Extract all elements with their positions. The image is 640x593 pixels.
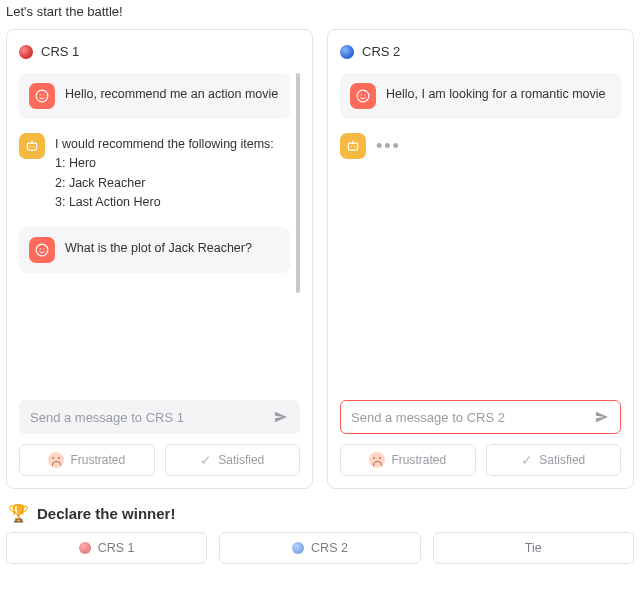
crs1-user-msg-1: Hello, recommend me an action movie — [19, 73, 290, 119]
check-icon: ✓ — [521, 452, 533, 468]
blue-dot-icon — [340, 45, 354, 59]
page-intro: Let's start the battle! — [6, 4, 634, 19]
svg-point-8 — [43, 248, 44, 249]
panel-crs2-header: CRS 2 — [340, 44, 621, 59]
svg-point-0 — [36, 90, 48, 102]
svg-point-11 — [364, 94, 365, 95]
crs2-satisfied-button[interactable]: ✓ Satisfied — [486, 444, 622, 476]
svg-point-9 — [357, 90, 369, 102]
winner-crs2-label: CRS 2 — [311, 541, 348, 555]
user-avatar-icon — [29, 83, 55, 109]
svg-point-13 — [351, 146, 352, 147]
rec-item-3: 3: Last Action Hero — [55, 193, 274, 212]
trophy-icon: 🏆 — [8, 503, 29, 524]
typing-indicator-icon: ••• — [376, 133, 401, 157]
crs1-scrollbar[interactable] — [296, 73, 300, 388]
check-icon: ✓ — [200, 452, 212, 468]
winner-crs2-button[interactable]: CRS 2 — [219, 532, 420, 564]
red-dot-icon — [19, 45, 33, 59]
bot-avatar-icon — [340, 133, 366, 159]
declare-heading: Declare the winner! — [37, 505, 175, 522]
winner-crs1-label: CRS 1 — [98, 541, 135, 555]
crs2-frustrated-button[interactable]: Frustrated — [340, 444, 476, 476]
svg-point-2 — [43, 94, 44, 95]
crs1-chat: Hello, recommend me an action movie I wo… — [19, 73, 290, 388]
winner-tie-label: Tie — [525, 541, 542, 555]
declare-heading-row: 🏆 Declare the winner! — [8, 503, 634, 524]
satisfied-label: Satisfied — [539, 453, 585, 467]
svg-point-4 — [30, 146, 31, 147]
crs2-bot-typing: ••• — [340, 133, 621, 159]
panel-crs2: CRS 2 Hello, I am looking for a romantic… — [327, 29, 634, 489]
crs1-user-msg-2: What is the plot of Jack Reacher? — [19, 227, 290, 273]
crs1-user-msg-1-text: Hello, recommend me an action movie — [65, 83, 278, 104]
winner-crs1-button[interactable]: CRS 1 — [6, 532, 207, 564]
panel-crs1-header: CRS 1 — [19, 44, 300, 59]
satisfied-label: Satisfied — [218, 453, 264, 467]
red-dot-icon — [79, 542, 91, 554]
crs1-bot-msg-1-text: I would recommend the following items: 1… — [55, 133, 274, 213]
crs2-user-msg-1-text: Hello, I am looking for a romantic movie — [386, 83, 606, 104]
send-icon[interactable] — [594, 409, 610, 425]
svg-rect-3 — [27, 143, 36, 150]
crs1-user-msg-2-text: What is the plot of Jack Reacher? — [65, 237, 252, 258]
crs1-frustrated-button[interactable]: Frustrated — [19, 444, 155, 476]
svg-point-7 — [40, 248, 41, 249]
frustrated-label: Frustrated — [391, 453, 446, 467]
user-avatar-icon — [350, 83, 376, 109]
panel-crs2-title: CRS 2 — [362, 44, 400, 59]
crs1-satisfied-button[interactable]: ✓ Satisfied — [165, 444, 301, 476]
panel-crs1-title: CRS 1 — [41, 44, 79, 59]
svg-rect-12 — [348, 143, 357, 150]
crs2-user-msg-1: Hello, I am looking for a romantic movie — [340, 73, 621, 119]
bot-avatar-icon — [19, 133, 45, 159]
svg-point-6 — [36, 244, 48, 256]
winner-tie-button[interactable]: Tie — [433, 532, 634, 564]
panel-crs1: CRS 1 Hello, recommend me an action movi… — [6, 29, 313, 489]
frustrated-label: Frustrated — [70, 453, 125, 467]
crs1-input-row[interactable] — [19, 400, 300, 434]
svg-point-14 — [354, 146, 355, 147]
blue-dot-icon — [292, 542, 304, 554]
rec-item-2: 2: Jack Reacher — [55, 174, 274, 193]
rec-intro: I would recommend the following items: — [55, 135, 274, 154]
svg-point-1 — [40, 94, 41, 95]
frustrated-face-icon — [48, 452, 64, 468]
svg-point-5 — [33, 146, 34, 147]
send-icon[interactable] — [273, 409, 289, 425]
crs2-chat: Hello, I am looking for a romantic movie… — [340, 73, 621, 388]
crs2-message-input[interactable] — [351, 410, 594, 425]
crs2-input-row[interactable] — [340, 400, 621, 434]
user-avatar-icon — [29, 237, 55, 263]
svg-point-10 — [361, 94, 362, 95]
frustrated-face-icon — [369, 452, 385, 468]
crs1-bot-msg-1: I would recommend the following items: 1… — [19, 133, 290, 213]
rec-item-1: 1: Hero — [55, 154, 274, 173]
crs1-message-input[interactable] — [30, 410, 273, 425]
